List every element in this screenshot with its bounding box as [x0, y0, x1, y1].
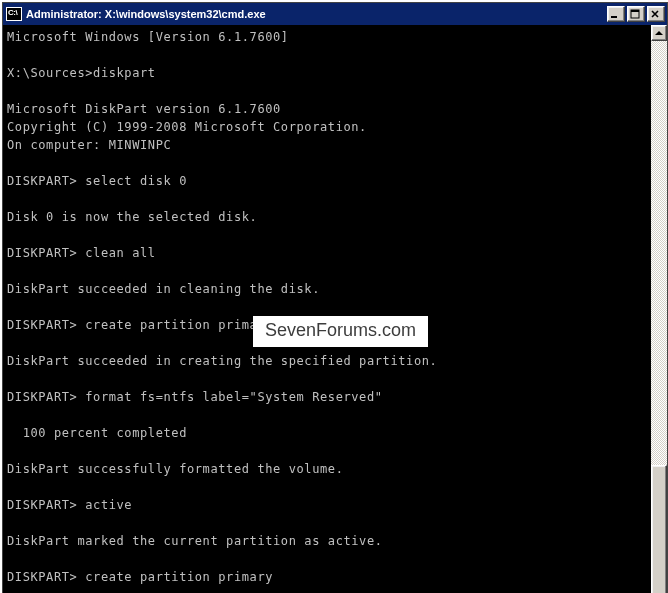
- terminal-line: X:\Sources>diskpart: [7, 64, 647, 82]
- titlebar[interactable]: C:\ Administrator: X:\windows\system32\c…: [3, 3, 667, 26]
- terminal-line: [7, 298, 647, 316]
- terminal-line: [7, 262, 647, 280]
- terminal-line: [7, 226, 647, 244]
- terminal-line: [7, 406, 647, 424]
- terminal-line: Microsoft Windows [Version 6.1.7600]: [7, 28, 647, 46]
- terminal-line: Disk 0 is now the selected disk.: [7, 208, 647, 226]
- terminal-line: [7, 586, 647, 593]
- scroll-up-button[interactable]: [651, 25, 667, 41]
- terminal-line: Microsoft DiskPart version 6.1.7600: [7, 100, 647, 118]
- terminal-line: DiskPart marked the current partition as…: [7, 532, 647, 550]
- minimize-icon: [610, 9, 620, 19]
- scroll-thumb[interactable]: [651, 465, 667, 593]
- terminal-line: DISKPART> format fs=ntfs label="System R…: [7, 388, 647, 406]
- terminal-line: [7, 154, 647, 172]
- terminal-line: DISKPART> clean all: [7, 244, 647, 262]
- close-button[interactable]: [647, 6, 665, 22]
- terminal-line: DiskPart successfully formatted the volu…: [7, 460, 647, 478]
- terminal-line: DISKPART> create partition primary: [7, 568, 647, 586]
- terminal-line: DISKPART> select disk 0: [7, 172, 647, 190]
- terminal-line: [7, 550, 647, 568]
- chevron-up-icon: [655, 31, 663, 35]
- terminal-line: Copyright (C) 1999-2008 Microsoft Corpor…: [7, 118, 647, 136]
- terminal-line: On computer: MINWINPC: [7, 136, 647, 154]
- window-title: Administrator: X:\windows\system32\cmd.e…: [26, 8, 605, 20]
- svg-rect-2: [631, 10, 639, 12]
- window-controls: [605, 4, 667, 24]
- terminal-line: DiskPart succeeded in cleaning the disk.: [7, 280, 647, 298]
- watermark-overlay: SevenForums.com: [253, 316, 428, 347]
- close-icon: [650, 9, 660, 19]
- terminal-line: DiskPart succeeded in creating the speci…: [7, 352, 647, 370]
- cmd-window: C:\ Administrator: X:\windows\system32\c…: [2, 2, 668, 593]
- terminal-line: [7, 82, 647, 100]
- terminal-output[interactable]: Microsoft Windows [Version 6.1.7600] X:\…: [3, 26, 651, 593]
- scroll-track[interactable]: [651, 41, 667, 593]
- minimize-button[interactable]: [607, 6, 625, 22]
- terminal-line: [7, 514, 647, 532]
- vertical-scrollbar[interactable]: [651, 25, 667, 593]
- maximize-icon: [630, 9, 640, 19]
- app-icon: C:\: [6, 7, 22, 21]
- terminal-line: DISKPART> active: [7, 496, 647, 514]
- svg-rect-0: [611, 16, 617, 18]
- maximize-button[interactable]: [627, 6, 645, 22]
- terminal-line: 100 percent completed: [7, 424, 647, 442]
- terminal-line: [7, 442, 647, 460]
- terminal-line: [7, 478, 647, 496]
- terminal-line: [7, 190, 647, 208]
- terminal-line: [7, 46, 647, 64]
- terminal-line: [7, 370, 647, 388]
